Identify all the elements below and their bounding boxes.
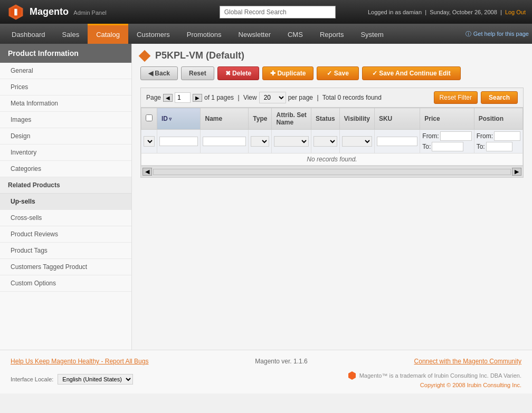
locale-select[interactable]: English (United States) xyxy=(58,374,133,385)
nav-item-cms[interactable]: CMS xyxy=(279,24,311,44)
column-type[interactable]: Type xyxy=(249,108,272,130)
column-id[interactable]: ID ▿ xyxy=(157,108,201,130)
report-bugs-link[interactable]: Help Us Keep Magento Healthy - Report Al… xyxy=(11,358,148,365)
sidebar-item-cross-sells[interactable]: Cross-sells xyxy=(0,210,131,226)
delete-button[interactable]: ✖ Delete xyxy=(217,66,259,80)
footer-top: Help Us Keep Magento Healthy - Report Al… xyxy=(11,358,521,365)
delete-icon: ✖ xyxy=(225,70,231,77)
nav-item-newsletter[interactable]: Newsletter xyxy=(230,24,279,44)
column-checkbox xyxy=(141,108,157,130)
sidebar-item-up-sells[interactable]: Up-sells xyxy=(0,194,131,210)
save-button[interactable]: ✓ Save xyxy=(317,66,358,80)
select-all-checkbox[interactable] xyxy=(146,114,153,121)
community-link[interactable]: Connect with the Magento Community xyxy=(414,358,521,365)
svg-rect-0 xyxy=(14,8,16,15)
sidebar: Product Information General Prices Meta … xyxy=(0,44,132,350)
filter-checkbox-select[interactable]: Yes No Any xyxy=(144,136,155,147)
prev-page-button[interactable]: ◀ xyxy=(163,94,173,102)
filter-visibility-select[interactable] xyxy=(342,136,372,147)
page-number-input[interactable] xyxy=(175,92,191,103)
logo-text: Magento Admin Panel xyxy=(30,6,107,17)
filter-position-to[interactable] xyxy=(486,142,512,151)
data-table: ID ▿ Name Type Attrib. Set Name Status V… xyxy=(141,108,523,166)
nav-item-sales[interactable]: Sales xyxy=(54,24,88,44)
sidebar-item-inventory[interactable]: Inventory xyxy=(0,145,131,161)
footer-left: Help Us Keep Magento Healthy - Report Al… xyxy=(11,358,148,365)
filter-position-from[interactable] xyxy=(494,131,520,141)
save-continue-button[interactable]: ✓ Save And Continue Edit xyxy=(362,66,461,80)
filter-checkbox-cell: Yes No Any xyxy=(141,130,157,153)
back-button[interactable]: ◀ Back xyxy=(140,66,178,80)
column-visibility[interactable]: Visibility xyxy=(339,108,374,130)
filter-row: Yes No Any xyxy=(141,130,523,153)
sidebar-item-design[interactable]: Design xyxy=(0,128,131,145)
table-header-row: ID ▿ Name Type Attrib. Set Name Status V… xyxy=(141,108,523,130)
footer-right: Connect with the Magento Community xyxy=(414,358,521,365)
logout-link[interactable]: Log Out xyxy=(505,9,526,15)
reset-button[interactable]: Reset xyxy=(181,66,214,80)
table-toolbar: Page ◀ ▶ of 1 pages | View 20 50 100 200… xyxy=(141,88,523,108)
column-position[interactable]: Position xyxy=(474,108,522,130)
filter-price-from[interactable] xyxy=(440,131,472,141)
title-diamond-icon xyxy=(139,50,151,62)
nav-item-dashboard[interactable]: Dashboard xyxy=(3,24,54,44)
action-buttons: ◀ Back Reset ✖ Delete ✚ Duplicate ✓ Save… xyxy=(140,66,524,80)
filter-sku-input[interactable] xyxy=(377,137,417,146)
scroll-track[interactable] xyxy=(153,169,511,175)
help-link[interactable]: Get help for this page xyxy=(473,31,529,37)
filter-price: From: To: xyxy=(420,130,474,153)
no-records-message: No records found. xyxy=(141,153,523,166)
sidebar-item-general[interactable]: General xyxy=(0,63,131,79)
sort-icon: ▿ xyxy=(169,116,172,122)
filter-id xyxy=(157,130,201,153)
sidebar-item-categories[interactable]: Categories xyxy=(0,161,131,177)
duplicate-button[interactable]: ✚ Duplicate xyxy=(262,66,314,80)
save-continue-icon: ✓ xyxy=(372,70,377,77)
magento-logo-icon xyxy=(6,3,25,22)
column-price[interactable]: Price xyxy=(420,108,474,130)
filter-attrib-select[interactable] xyxy=(274,136,309,147)
nav-item-promotions[interactable]: Promotions xyxy=(178,24,230,44)
sidebar-item-custom-options[interactable]: Custom Options xyxy=(0,275,131,292)
nav-item-reports[interactable]: Reports xyxy=(311,24,353,44)
nav-bar: Dashboard Sales Catalog Customers Promot… xyxy=(0,24,532,44)
sidebar-item-product-tags[interactable]: Product Tags xyxy=(0,243,131,259)
back-arrow-icon: ◀ xyxy=(148,70,153,77)
filter-id-input[interactable] xyxy=(159,137,198,146)
footer-center: Magento ver. 1.1.6 xyxy=(255,358,307,365)
filter-status xyxy=(311,130,340,153)
footer-trademark: Magento™ is a trademark of Irubin Consul… xyxy=(137,370,521,388)
filter-type-select[interactable] xyxy=(251,136,269,147)
filter-status-select[interactable] xyxy=(314,136,337,147)
filter-position: From: To: xyxy=(474,130,522,153)
column-attrib-set[interactable]: Attrib. Set Name xyxy=(272,108,311,130)
page-title-area: P5KPL-VM (Default) xyxy=(140,50,244,61)
filter-price-to[interactable] xyxy=(432,142,463,151)
column-name[interactable]: Name xyxy=(201,108,249,130)
magento-small-icon xyxy=(347,370,357,381)
footer-bottom: Interface Locale: English (United States… xyxy=(11,370,521,388)
scroll-left-button[interactable]: ◀ xyxy=(142,168,152,176)
nav-item-catalog[interactable]: Catalog xyxy=(88,24,128,44)
duplicate-icon: ✚ xyxy=(270,70,276,77)
nav-item-system[interactable]: System xyxy=(352,24,392,44)
global-search-input[interactable] xyxy=(220,6,336,18)
sidebar-item-prices[interactable]: Prices xyxy=(0,79,131,95)
nav-item-customers[interactable]: Customers xyxy=(128,24,178,44)
filter-visibility xyxy=(339,130,374,153)
search-button[interactable]: Search xyxy=(481,91,518,104)
sidebar-item-meta-information[interactable]: Meta Information xyxy=(0,95,131,112)
scroll-right-button[interactable]: ▶ xyxy=(512,168,521,176)
page-header: P5KPL-VM (Default) xyxy=(140,50,524,61)
sidebar-title: Product Information xyxy=(0,44,131,63)
next-page-button[interactable]: ▶ xyxy=(193,94,202,102)
sidebar-item-customers-tagged[interactable]: Customers Tagged Product xyxy=(0,259,131,275)
view-select[interactable]: 20 50 100 200 xyxy=(259,92,286,103)
column-sku[interactable]: SKU xyxy=(374,108,420,130)
reset-filter-button[interactable]: Reset Filter xyxy=(434,91,478,104)
column-status[interactable]: Status xyxy=(311,108,340,130)
filter-name-input[interactable] xyxy=(203,137,246,146)
sidebar-item-images[interactable]: Images xyxy=(0,112,131,128)
main-layout: Product Information General Prices Meta … xyxy=(0,44,532,350)
sidebar-item-product-reviews[interactable]: Product Reviews xyxy=(0,226,131,243)
